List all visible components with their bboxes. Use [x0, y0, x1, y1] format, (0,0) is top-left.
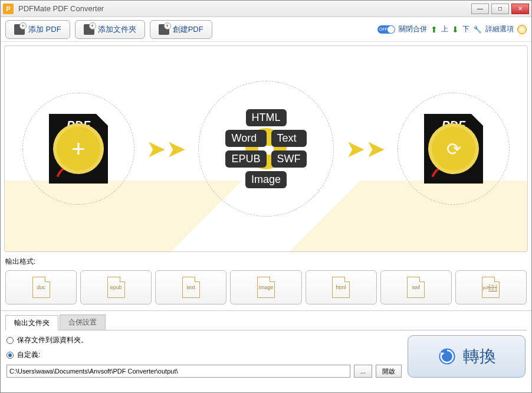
move-down-icon[interactable]: ⬇ — [452, 25, 459, 34]
epub-icon: epub — [107, 277, 125, 298]
add-pdf-icon — [14, 24, 25, 35]
custom-path-label: 自定義: — [17, 350, 40, 360]
format-badge-html: HTML — [246, 109, 287, 126]
convert-icon — [437, 346, 457, 366]
window-controls: — □ ✕ — [471, 4, 529, 14]
pdf-icon: pdf2 in 1 4 in 1 — [482, 277, 500, 298]
app-logo-icon: P — [3, 4, 14, 14]
window-title: PDFMate PDF Converter — [18, 4, 471, 13]
format-badge-epub: EPUB — [225, 150, 266, 168]
format-button-epub[interactable]: epub — [80, 270, 152, 304]
format-button-text[interactable]: text — [155, 270, 226, 304]
create-pdf-icon — [159, 24, 169, 35]
radio-icon — [6, 337, 14, 344]
arrow-icon: ➤➤ — [146, 135, 186, 162]
format-badge-swf: SWF — [271, 150, 307, 168]
tab-merge-settings[interactable]: 合併設置 — [60, 315, 106, 330]
minimize-button[interactable]: — — [471, 4, 489, 14]
html-icon: html — [332, 277, 350, 298]
save-to-source-label: 保存文件到源資料夾。 — [17, 335, 88, 345]
merge-toggle[interactable]: OFF — [377, 25, 395, 34]
bottom-tabs: 輸出文件夾 合併設置 — [5, 315, 527, 330]
main-toolbar: 添加 PDF 添加文件夾 創建PDF OFF 關閉合併 ⬆上 ⬇下 🔧詳細選項 — [1, 17, 531, 42]
radio-icon — [6, 352, 14, 359]
arrow-icon: ➤➤ — [346, 135, 386, 162]
tab-output-folder[interactable]: 輸出文件夾 — [5, 315, 58, 330]
move-up-icon[interactable]: ⬆ — [431, 25, 438, 34]
format-badges: HTML Word Text EPUB SWF Image — [225, 109, 306, 188]
add-pdf-label: 添加 PDF — [28, 24, 61, 35]
format-badge-image: Image — [245, 171, 287, 188]
format-button-swf[interactable]: swf — [380, 270, 452, 304]
format-badge-word: Word — [225, 130, 266, 147]
merge-toggle-label: 關閉合併 — [399, 24, 427, 34]
text-icon: text — [182, 277, 200, 298]
convert-button[interactable]: 轉換 — [408, 335, 526, 378]
refresh-overlay-icon: ⟳ — [428, 123, 479, 174]
open-folder-button[interactable]: 開啟 — [376, 365, 402, 378]
add-folder-icon — [84, 24, 94, 35]
formats-node: HTML Word Text EPUB SWF Image — [198, 81, 334, 217]
browse-button[interactable]: ... — [354, 365, 372, 378]
output-folder-panel: 保存文件到源資料夾。 自定義: ... 開啟 — [6, 335, 402, 378]
move-down-label[interactable]: 下 — [462, 24, 469, 34]
add-pdf-button[interactable]: 添加 PDF — [5, 20, 70, 39]
format-button-doc[interactable]: doc — [5, 270, 77, 304]
bottom-panel: 保存文件到源資料夾。 自定義: ... 開啟 轉換 — [1, 330, 531, 384]
radio-custom-path[interactable]: 自定義: — [6, 350, 402, 360]
convert-label: 轉換 — [463, 345, 496, 368]
radio-save-to-source[interactable]: 保存文件到源資料夾。 — [6, 335, 402, 345]
output-formats-label: 輸出格式: — [1, 256, 531, 268]
image-icon: image — [257, 277, 275, 298]
path-row: ... 開啟 — [6, 365, 402, 378]
move-up-label[interactable]: 上 — [441, 24, 448, 34]
maximize-button[interactable]: □ — [491, 4, 509, 14]
add-folder-button[interactable]: 添加文件夾 — [75, 20, 145, 39]
add-overlay-icon: + — [53, 123, 104, 174]
target-node: PDF ⟳ — [398, 93, 510, 205]
format-button-pdf[interactable]: pdf2 in 1 4 in 1 — [455, 270, 527, 304]
format-badge-text: Text — [271, 130, 307, 147]
settings-icon[interactable]: 🔧 — [473, 25, 482, 34]
language-icon[interactable] — [517, 25, 527, 34]
create-pdf-label: 創建PDF — [173, 24, 203, 35]
output-path-input[interactable] — [6, 365, 350, 378]
toolbar-right: OFF 關閉合併 ⬆上 ⬇下 🔧詳細選項 — [377, 24, 527, 34]
swf-icon: swf — [407, 277, 425, 298]
doc-icon: doc — [32, 277, 50, 298]
output-format-bar: doc epub text image html swf pdf2 in 1 4… — [1, 268, 531, 311]
source-node[interactable]: PDF + — [22, 93, 134, 205]
format-button-html[interactable]: html — [306, 270, 377, 304]
advanced-options-label[interactable]: 詳細選項 — [485, 24, 514, 34]
workflow-stage: PDF + ➤➤ HTML Word Text EPUB SWF Image — [5, 46, 527, 251]
close-button[interactable]: ✕ — [511, 4, 529, 14]
format-button-image[interactable]: image — [230, 270, 301, 304]
create-pdf-button[interactable]: 創建PDF — [150, 20, 212, 39]
workflow-canvas: PDF + ➤➤ HTML Word Text EPUB SWF Image — [4, 45, 528, 252]
add-folder-label: 添加文件夾 — [98, 24, 136, 35]
title-bar: P PDFMate PDF Converter — □ ✕ — [1, 1, 531, 17]
app-window: P PDFMate PDF Converter — □ ✕ 添加 PDF 添加文… — [0, 0, 532, 393]
